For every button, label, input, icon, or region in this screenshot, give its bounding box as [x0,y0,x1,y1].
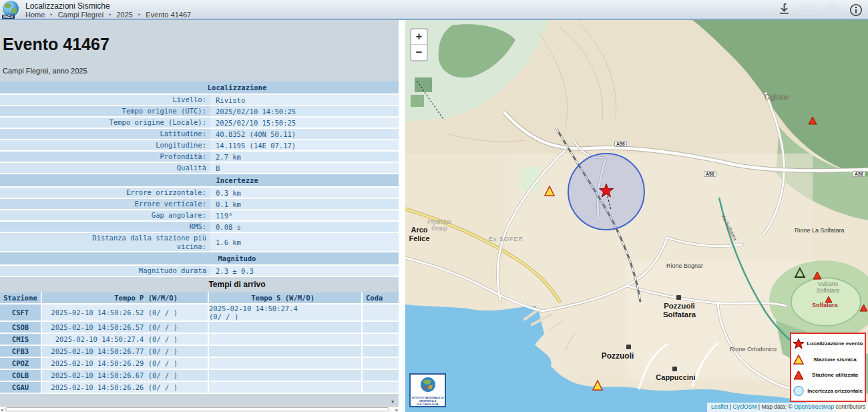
zoom-in-button[interactable]: + [411,29,427,45]
station-code: CSFT [0,304,42,321]
row-value: 2.3 ± 0.3 [216,267,254,275]
map-label-rione-ortodonico: Rione Ortodonico [730,346,777,353]
row-label: Tempo origine (Locale): [110,118,206,127]
station-code: CGAU [0,382,42,393]
ingv-map-logo: ISTITUTO NAZIONALE DI GEOFISICA E VULCAN… [409,373,446,407]
info-icon[interactable] [849,3,863,17]
arrival-row: CGAU 2025-02-10 14:50:26.26 (0/ / ) [0,382,399,394]
row-value: 2025/02/10 14:50:25 [216,108,296,116]
breadcrumb-campi-flegrei[interactable]: Campi Flegrei [58,11,103,19]
event-detail-panel: Evento 41467 Campi Flegrei, anno 2025 Lo… [0,20,399,406]
uncertainties-section: Incertezze Errore orizzontale: 0.3 km Er… [0,174,399,252]
row-label: Distanza dalla stazione più vicina: [89,234,206,250]
railway-station-icon [672,367,677,371]
row-value: 1.6 km [216,238,241,246]
row-label: Magnitudo durata [139,266,206,275]
map-label-rione-la-solfatara: Rione La Solfatara [795,227,845,234]
row-label: Tempo origine (UTC): [122,107,206,116]
scrollbar-thumb[interactable] [5,407,389,411]
download-icon[interactable] [778,3,791,17]
horizontal-scrollbar[interactable]: ◂ ▸ [0,406,399,412]
tempo-s-value [209,382,363,393]
table-row: Errore verticale: 0.1 km [0,199,399,210]
map-zoom-control: + − [410,28,428,61]
vertical-scroll-down-arrow[interactable]: ▾ [391,399,394,405]
breadcrumb-separator: ‣ [138,11,141,18]
ingv-logo-caption: ISTITUTO NAZIONALE DI GEOFISICA E VULCAN… [411,397,445,406]
table-row: Magnitudo durata 2.3 ± 0.3 [0,266,399,277]
magnitude-section: Magnitudo Magnitudo durata 2.3 ± 0.3 [0,252,399,277]
tempo-s-value [209,346,363,357]
station-code: CMIS [0,334,42,345]
tempo-p-value: 2025-02-10 14:50:26.77 (0/ / ) [42,346,209,357]
ingv-logo-icon: INGV [2,1,20,19]
layers-disabled-icon[interactable] [825,3,839,17]
ingv-globe-icon [419,376,437,393]
row-value: 2025/02/10 15:50:25 [216,119,296,127]
breadcrumb-2025[interactable]: 2025 [116,11,132,19]
breadcrumb-evento: Evento 41467 [146,11,191,19]
breadcrumb-home[interactable]: Home [25,11,45,19]
row-label: Gap angolare: [152,211,206,220]
road-ref-badge: A56 [614,141,627,147]
row-label: Longitudine: [156,141,206,150]
coda-value [363,304,399,321]
map-attribution: Leaflet | CyclOSM | Map data: © OpenStre… [707,403,868,412]
attribution-text: contributors [834,403,865,410]
osm-link[interactable]: OpenStreetMap [794,403,834,410]
table-row: Longitudine: 14.1195 (14E 07.17) [0,140,399,152]
breadcrumb: Home ‣ Campi Flegrei ‣ 2025 ‣ Evento 414… [25,11,191,19]
map-label-solfatara: Solfatara [812,302,838,308]
zoom-out-button[interactable]: − [411,45,427,60]
scroll-left-icon[interactable]: ◂ [1,407,3,412]
table-row: Qualità B [0,163,399,174]
road-ref-badge: A56 [704,171,716,177]
row-label: Errore verticale: [135,200,206,208]
coda-value [363,358,399,369]
table-row: Livello: Rivisto [0,95,399,106]
map-label-rione-bognar: Rione Bognar [666,262,703,269]
attribution-separator: | [728,403,733,410]
tempo-s-value [209,334,363,345]
arrivals-table: Stazione Tempo P (W/M/O) Tempo S (W/M/O)… [0,292,399,394]
map-label-pozzuoli: Pozzuoli [594,352,641,361]
row-value: B [216,164,220,172]
row-label: RMS: [190,222,206,231]
legend-row-used-station: Stazione utilizzata [793,369,863,381]
map-legend: Localizzazione evento Stazione sismica S… [790,333,866,402]
table-row: Latitudine: 40.8352 (40N 50.11) [0,129,399,140]
station-code: CPOZ [0,358,42,369]
station-code: COLB [0,370,42,381]
ingv-logo-text: INGV [2,15,15,19]
magnitude-header: Magnitudo [0,252,399,266]
coda-value [363,370,399,381]
col-tempo-s: Tempo S (W/M/O) [209,292,363,303]
menu-icon[interactable] [801,5,815,15]
tempo-p-value: 2025-02-10 14:50:26.57 (0/ / ) [42,322,209,333]
row-value: 0.3 km [216,189,241,197]
map-label-cigliano: Cigliano [765,93,789,101]
station-code: CSOB [0,322,42,333]
top-header-bar: INGV Localizzazioni Sismiche Home ‣ Camp… [0,0,868,20]
arrival-row: COLB 2025-02-10 14:50:26.67 (0/ / ) [0,370,399,382]
legend-label: Localizzazione evento [807,341,863,347]
tempo-s-value [209,358,363,369]
map-label-pozzuoli-solfatara: Pozzuoli Solfatara [651,302,708,319]
legend-row-event: Localizzazione evento [793,338,863,349]
leaflet-map[interactable]: Cigliano Arco Felice Prysmian Group Ex S… [405,20,868,412]
scroll-right-icon[interactable]: ▸ [395,407,398,412]
arrivals-title: Tempi di arrivo [0,277,399,292]
coda-value [363,322,399,333]
station-code: CFB3 [0,346,42,357]
localization-header: Localizzazione [0,81,399,95]
page: INGV Localizzazioni Sismiche Home ‣ Camp… [0,0,868,412]
cyclosm-link[interactable]: CyclOSM [733,403,757,410]
arrival-row: CMIS 2025-02-10 14:50:27.4 (0/ / ) [0,334,399,346]
table-row: RMS: 0.08 s [0,222,399,233]
table-row: Gap angolare: 119° [0,210,399,222]
leaflet-link[interactable]: Leaflet [711,403,728,410]
legend-label: Stazione sismica [807,357,863,363]
arrival-row: CPOZ 2025-02-10 14:50:26.29 (0/ / ) [0,358,399,370]
col-coda: Coda [363,292,399,303]
localization-section: Localizzazione Livello: Rivisto Tempo or… [0,81,399,174]
